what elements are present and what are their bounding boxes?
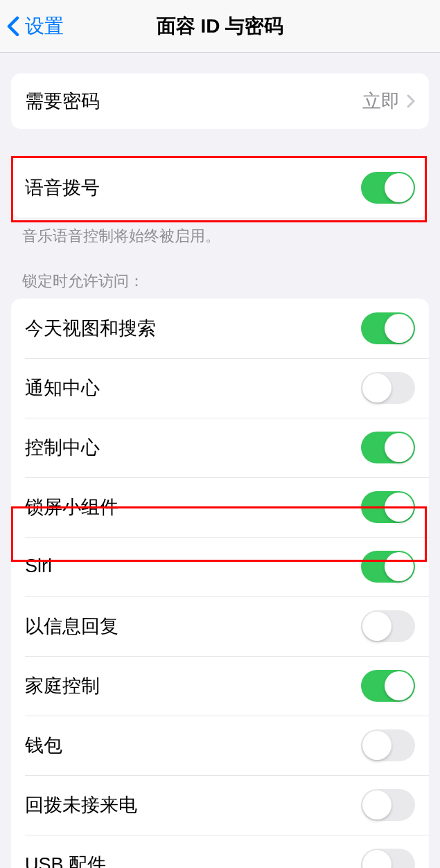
chevron-right-icon: [407, 94, 415, 108]
toggle-knob: [362, 850, 391, 868]
lock-screen-section-header: 锁定时允许访问：: [0, 247, 440, 299]
lock-screen-item-toggle[interactable]: [361, 610, 415, 642]
require-passcode-label: 需要密码: [25, 89, 100, 114]
lock-screen-item-label: 以信息回复: [25, 614, 118, 639]
require-passcode-value: 立即: [362, 89, 415, 114]
lock-screen-row: 家庭控制: [11, 656, 429, 716]
lock-screen-row: 锁屏小组件: [11, 477, 429, 537]
lock-screen-item-label: 今天视图和搜索: [25, 316, 156, 341]
toggle-knob: [385, 493, 414, 522]
lock-screen-item-label: 通知中心: [25, 375, 100, 400]
header-bar: 设置 面容 ID 与密码: [0, 0, 440, 53]
row-voice-dial: 语音拨号: [11, 158, 429, 218]
group-voice-dial: 语音拨号: [11, 158, 429, 218]
row-require-passcode[interactable]: 需要密码 立即: [11, 73, 429, 129]
voice-dial-label: 语音拨号: [25, 175, 100, 200]
lock-screen-item-label: 回拨未接来电: [25, 792, 137, 817]
toggle-knob: [385, 314, 414, 343]
voice-dial-toggle[interactable]: [361, 172, 415, 204]
lock-screen-item-toggle[interactable]: [361, 729, 415, 761]
lock-screen-item-toggle[interactable]: [361, 551, 415, 583]
toggle-knob: [385, 173, 414, 202]
lock-screen-row: 通知中心: [11, 358, 429, 418]
lock-screen-item-toggle[interactable]: [361, 312, 415, 344]
require-passcode-value-text: 立即: [362, 89, 400, 114]
back-label: 设置: [25, 13, 64, 39]
lock-screen-row: 回拨未接来电: [11, 775, 429, 835]
lock-screen-item-toggle[interactable]: [361, 849, 415, 868]
lock-screen-item-label: USB 配件: [25, 852, 106, 868]
lock-screen-item-toggle[interactable]: [361, 372, 415, 404]
toggle-knob: [385, 552, 414, 581]
page-title: 面容 ID 与密码: [157, 13, 284, 39]
toggle-knob: [362, 790, 391, 820]
toggle-knob: [385, 433, 414, 462]
lock-screen-item-label: 家庭控制: [25, 673, 100, 698]
lock-screen-item-toggle[interactable]: [361, 432, 415, 463]
lock-screen-item-toggle[interactable]: [361, 491, 415, 523]
lock-screen-item-toggle[interactable]: [361, 670, 415, 702]
lock-screen-row: 控制中心: [11, 418, 429, 477]
group-lock-screen: 今天视图和搜索通知中心控制中心锁屏小组件Siri以信息回复家庭控制钱包回拨未接来…: [11, 299, 429, 868]
lock-screen-item-label: 锁屏小组件: [25, 495, 118, 520]
lock-screen-row: 以信息回复: [11, 596, 429, 656]
toggle-knob: [362, 731, 391, 760]
toggle-knob: [385, 671, 414, 700]
group-require-passcode: 需要密码 立即: [11, 73, 429, 129]
voice-dial-footer: 音乐语音控制将始终被启用。: [0, 218, 440, 247]
lock-screen-item-label: 钱包: [25, 733, 62, 758]
back-button[interactable]: 设置: [0, 13, 64, 39]
lock-screen-row: 今天视图和搜索: [11, 299, 429, 358]
lock-screen-item-toggle[interactable]: [361, 789, 415, 821]
toggle-knob: [362, 373, 391, 402]
chevron-left-icon: [7, 16, 19, 37]
toggle-knob: [362, 612, 391, 641]
lock-screen-row: 钱包: [11, 716, 429, 775]
content-area: 需要密码 立即 语音拨号 音乐语音控制将始终被启用。 锁定时允许访问： 今天视图…: [0, 73, 440, 868]
lock-screen-row: USB 配件: [11, 835, 429, 868]
lock-screen-item-label: 控制中心: [25, 435, 100, 460]
lock-screen-item-label: Siri: [25, 556, 52, 577]
lock-screen-row: Siri: [11, 537, 429, 596]
